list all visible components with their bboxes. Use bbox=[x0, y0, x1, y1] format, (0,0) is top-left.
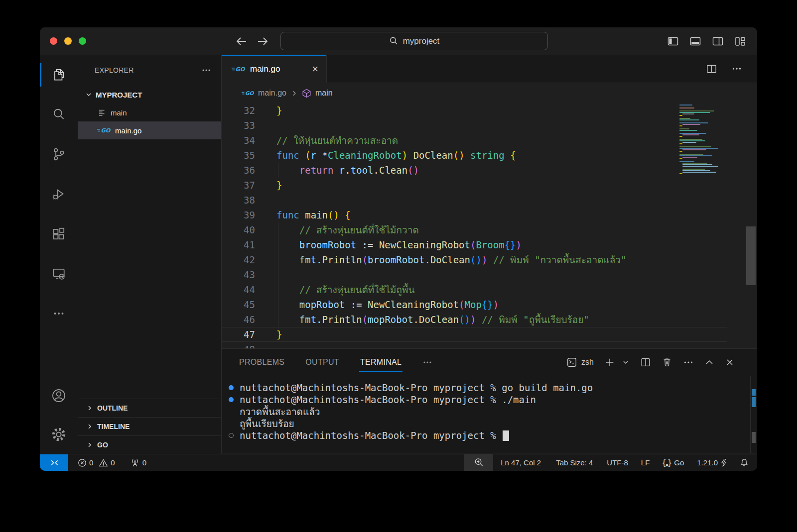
chevron-right-icon bbox=[290, 90, 298, 97]
terminal-line: nuttachot@Machintoshs-MacBook-Pro myproj… bbox=[229, 382, 757, 394]
error-count: 0 bbox=[89, 458, 93, 467]
editor-scrollbar[interactable] bbox=[746, 226, 756, 285]
launch-profile-chevron-icon[interactable] bbox=[622, 358, 630, 366]
terminal-view[interactable]: nuttachot@Machintoshs-MacBook-Pro myproj… bbox=[222, 376, 757, 453]
code-line-44[interactable]: 44 // สร้างหุ่นยนต์ที่ใช้ไม้ถูพื้น bbox=[222, 282, 757, 297]
language-status[interactable]: {●} Go bbox=[657, 454, 688, 471]
sidebar-item-source-control[interactable] bbox=[40, 134, 78, 174]
remote-indicator[interactable] bbox=[40, 454, 68, 471]
toggle-sidebar-icon[interactable] bbox=[667, 35, 679, 47]
sidebar-item-more[interactable] bbox=[40, 294, 78, 333]
kill-terminal-icon[interactable] bbox=[662, 357, 672, 368]
sidebar-item-remote-explorer[interactable] bbox=[40, 254, 78, 294]
line-number: 48 bbox=[222, 344, 276, 348]
split-editor-icon[interactable] bbox=[706, 63, 717, 75]
code-line-36[interactable]: 36 return r.tool.Clean() bbox=[222, 163, 757, 178]
split-terminal-icon[interactable] bbox=[640, 357, 651, 368]
line-number: 45 bbox=[222, 299, 276, 310]
code-line-43[interactable]: 43 bbox=[222, 267, 757, 282]
sidebar-item-run-debug[interactable] bbox=[40, 174, 78, 214]
forward-arrow-icon[interactable] bbox=[256, 36, 269, 47]
terminal-line: กวาดพื้นสะอาดแล้ว bbox=[229, 406, 757, 418]
ports-status[interactable]: 0 bbox=[126, 454, 151, 471]
problems-status[interactable]: 0 0 bbox=[73, 454, 120, 471]
eol-status[interactable]: LF bbox=[637, 454, 655, 471]
breadcrumb-item-file[interactable]: main.go bbox=[258, 89, 286, 98]
code-line-39[interactable]: 39func main() { bbox=[222, 208, 757, 222]
title-bar: myproject bbox=[40, 27, 757, 55]
timeline-section[interactable]: TIMELINE bbox=[78, 417, 221, 435]
account-button[interactable] bbox=[40, 376, 78, 415]
code-line-38[interactable]: 38 bbox=[222, 193, 757, 208]
explorer-more-icon[interactable] bbox=[201, 65, 211, 75]
code-line-48[interactable]: 48 bbox=[222, 342, 757, 348]
code-text: } bbox=[276, 329, 282, 340]
more-actions-icon[interactable] bbox=[731, 63, 742, 74]
code-line-33[interactable]: 33 bbox=[222, 118, 757, 133]
terminal-shell-chip[interactable]: zsh bbox=[566, 357, 594, 368]
code-line-37[interactable]: 37} bbox=[222, 178, 757, 193]
minimap[interactable] bbox=[679, 105, 732, 175]
activity-bar bbox=[40, 55, 78, 454]
indent-guide bbox=[278, 267, 278, 282]
terminal-line: ถูพื้นเรียบร้อย bbox=[229, 418, 757, 429]
more-icon bbox=[51, 306, 66, 321]
toggle-panel-icon[interactable] bbox=[689, 35, 701, 47]
code-line-41[interactable]: 41 broomRobot := NewCleaningRobot(Broom{… bbox=[222, 237, 757, 252]
code-line-42[interactable]: 42 fmt.Println(broomRobot.DoClean()) // … bbox=[222, 252, 757, 267]
command-center-search[interactable]: myproject bbox=[280, 32, 548, 50]
explorer-root-folder[interactable]: MYPROJECT bbox=[78, 86, 221, 104]
notifications-bell[interactable] bbox=[735, 454, 757, 471]
file-item-main[interactable]: main bbox=[78, 104, 221, 121]
sidebar-item-extensions[interactable] bbox=[40, 214, 78, 254]
customize-layout-icon[interactable] bbox=[734, 35, 746, 47]
code-line-47[interactable]: 47} bbox=[222, 327, 757, 342]
code-line-46[interactable]: 46 fmt.Println(mopRobot.DoClean()) // พิ… bbox=[222, 312, 757, 327]
tab-output[interactable]: OUTPUT bbox=[305, 358, 339, 367]
shell-label: zsh bbox=[581, 358, 594, 367]
maximize-panel-icon[interactable] bbox=[704, 357, 714, 367]
minimize-window-button[interactable] bbox=[64, 37, 72, 45]
breadcrumb: GO main.go main bbox=[222, 83, 757, 103]
panel-more-icon[interactable] bbox=[683, 357, 694, 368]
zoom-window-button[interactable] bbox=[79, 37, 86, 45]
close-panel-icon[interactable] bbox=[725, 357, 735, 367]
terminal-text: nuttachot@Machintoshs-MacBook-Pro myproj… bbox=[240, 394, 536, 405]
indent-guide bbox=[278, 252, 278, 267]
code-line-40[interactable]: 40 // สร้างหุ่นยนต์ที่ใช้ไม้กวาด bbox=[222, 222, 757, 237]
breadcrumb-item-symbol[interactable]: main bbox=[315, 89, 333, 98]
code-line-34[interactable]: 34// ให้หุ่นยนต์ทำความสะอาด bbox=[222, 133, 757, 148]
code-line-35[interactable]: 35func (r *CleaningRobot) DoClean() stri… bbox=[222, 148, 757, 163]
go-section[interactable]: GO bbox=[78, 435, 221, 454]
terminal-scrollbar[interactable] bbox=[750, 376, 757, 453]
encoding-status[interactable]: UTF-8 bbox=[602, 454, 633, 471]
panel-more-tabs-icon[interactable] bbox=[422, 357, 432, 367]
sidebar-item-search[interactable] bbox=[40, 95, 78, 134]
line-number: 35 bbox=[222, 150, 276, 161]
file-item-main-go[interactable]: GO main.go bbox=[78, 121, 221, 139]
line-number: 33 bbox=[222, 120, 276, 131]
run-debug-icon bbox=[51, 187, 66, 202]
line-number: 46 bbox=[222, 314, 276, 325]
outline-section[interactable]: OUTLINE bbox=[78, 399, 221, 417]
zoom-status[interactable] bbox=[464, 454, 493, 471]
close-tab-icon[interactable]: × bbox=[312, 64, 318, 75]
sidebar-item-explorer[interactable] bbox=[40, 55, 78, 95]
indent-guide bbox=[278, 282, 278, 297]
back-arrow-icon[interactable] bbox=[235, 36, 248, 47]
tab-terminal[interactable]: TERMINAL bbox=[360, 358, 401, 367]
code-line-45[interactable]: 45 mopRobot := NewCleaningRobot(Mop{}) bbox=[222, 297, 757, 312]
chevron-right-icon bbox=[86, 441, 94, 449]
tab-problems[interactable]: PROBLEMS bbox=[239, 358, 284, 367]
toggle-secondary-sidebar-icon[interactable] bbox=[712, 35, 724, 47]
close-window-button[interactable] bbox=[50, 37, 57, 45]
indent-guide bbox=[278, 237, 278, 252]
code-editor[interactable]: 32}3334// ให้หุ่นยนต์ทำความสะอาด35func (… bbox=[222, 103, 757, 348]
tab-main-go[interactable]: GO main.go × bbox=[222, 55, 327, 83]
code-line-32[interactable]: 32} bbox=[222, 103, 757, 118]
go-version-status[interactable]: 1.21.0 bbox=[692, 454, 732, 471]
cursor-position-status[interactable]: Ln 47, Col 2 bbox=[496, 454, 545, 471]
tab-size-status[interactable]: Tab Size: 4 bbox=[551, 454, 597, 471]
new-terminal-icon[interactable] bbox=[604, 357, 615, 368]
settings-button[interactable] bbox=[40, 415, 78, 454]
